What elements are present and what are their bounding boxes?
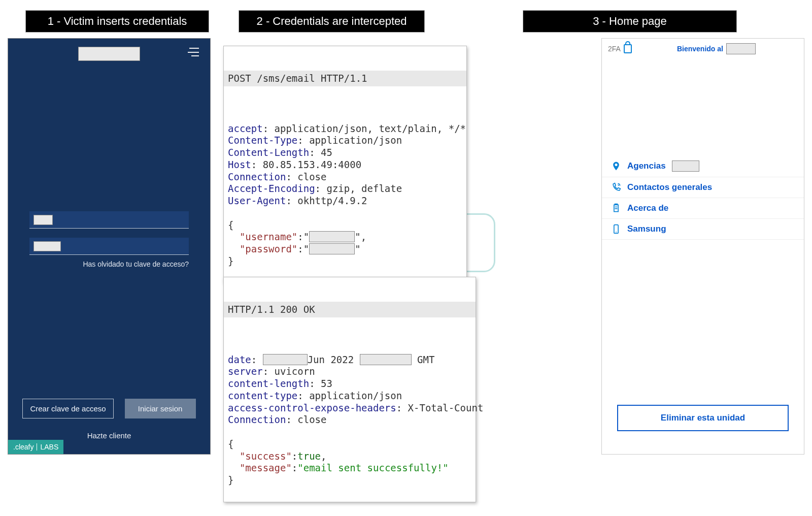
cleafy-badge-sep xyxy=(37,443,37,450)
agencias-value-redacted xyxy=(672,160,699,172)
row-samsung[interactable]: Samsung xyxy=(602,219,804,240)
cleafy-badge-brand: .cleafy xyxy=(13,443,33,451)
http-response-line: HTTP/1.1 200 OK xyxy=(224,302,476,318)
svg-point-1 xyxy=(616,232,617,233)
lock-icon xyxy=(624,44,632,53)
cleafy-badge-labs: LABS xyxy=(40,443,58,451)
password-redacted xyxy=(309,243,355,254)
date-time-redacted xyxy=(360,354,412,365)
menu-icon[interactable] xyxy=(188,48,199,56)
delete-unit-button[interactable]: Eliminar esta unidad xyxy=(617,405,789,431)
device-icon xyxy=(611,224,621,234)
bank-name-redacted xyxy=(726,43,756,54)
username-label-redacted xyxy=(33,215,53,225)
row-agencias-label: Agencias xyxy=(627,161,666,171)
password-label-redacted xyxy=(33,241,61,251)
home-welcome: Bienvenido al xyxy=(635,43,798,54)
http-response: HTTP/1.1 200 OK date: Jun 2022 GMT serve… xyxy=(223,277,476,502)
row-samsung-label: Samsung xyxy=(627,224,666,234)
row-contactos-label: Contactos generales xyxy=(627,182,712,192)
home-screen: 2FA Bienvenido al Agencias Contactos gen… xyxy=(601,38,804,455)
http-request-body: accept: application/json, text/plain, */… xyxy=(224,111,466,268)
create-key-button[interactable]: Crear clave de acceso xyxy=(22,399,113,418)
login-screen: Has olvidado tu clave de acceso? Crear c… xyxy=(8,38,211,455)
pin-icon xyxy=(611,161,621,171)
panel-title-1: 1 - Victim inserts credentials xyxy=(25,10,209,33)
row-acerca-label: Acerca de xyxy=(627,203,668,213)
cleafy-badge: .cleafy LABS xyxy=(8,440,63,454)
row-contactos[interactable]: Contactos generales xyxy=(602,177,804,198)
http-response-body: date: Jun 2022 GMT server: uvicorn conte… xyxy=(224,342,476,487)
password-input[interactable] xyxy=(29,238,189,255)
become-client-link[interactable]: Hazte cliente xyxy=(8,431,210,440)
login-button-row: Crear clave de acceso Iniciar sesion xyxy=(8,399,210,418)
username-redacted xyxy=(309,231,355,242)
username-input[interactable] xyxy=(29,211,189,229)
date-day-redacted xyxy=(263,354,308,365)
panel-title-3: 3 - Home page xyxy=(523,10,737,33)
bank-logo-redacted xyxy=(78,47,140,61)
clipboard-icon xyxy=(611,203,621,213)
http-request: POST /sms/email HTTP/1.1 accept: applica… xyxy=(223,46,467,283)
phone-icon xyxy=(611,182,621,192)
twofa-label: 2FA xyxy=(608,45,621,53)
home-menu: Agencias Contactos generales Acerca de S… xyxy=(602,155,804,240)
panel-title-2: 2 - Credentials are intercepted xyxy=(239,10,425,33)
login-button[interactable]: Iniciar sesion xyxy=(125,399,196,418)
login-topbar xyxy=(8,39,210,69)
row-acerca[interactable]: Acerca de xyxy=(602,198,804,219)
forgot-password-link[interactable]: Has olvidado tu clave de acceso? xyxy=(8,260,189,268)
http-request-line: POST /sms/email HTTP/1.1 xyxy=(224,71,466,87)
home-header: 2FA Bienvenido al xyxy=(602,39,804,59)
row-agencias[interactable]: Agencias xyxy=(602,155,804,177)
